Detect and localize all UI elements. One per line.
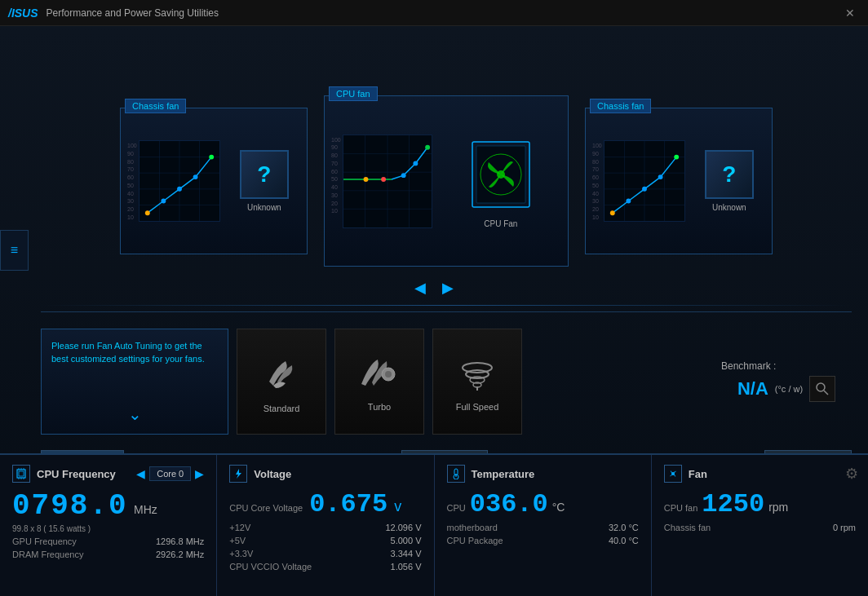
dram-freq-row: DRAM Frequency 2926.2 MHz <box>12 550 204 559</box>
5v-label: +5V <box>229 536 246 545</box>
svg-rect-50 <box>17 470 25 478</box>
fan-card-center: CPU fan 100908070605040302010 <box>324 95 569 267</box>
gpu-freq-value: 1296.8 MHz <box>156 536 204 546</box>
svg-point-20 <box>363 177 368 182</box>
svg-point-37 <box>626 199 631 204</box>
fan-panel-header: Fan ⚙ <box>664 465 856 483</box>
svg-point-38 <box>642 187 647 192</box>
svg-point-10 <box>193 174 197 179</box>
standard-mode-svg <box>261 349 302 390</box>
voltage-main-value: 0.675 <box>309 489 388 519</box>
sidebar-toggle[interactable]: ≡ <box>0 230 29 271</box>
svg-rect-51 <box>19 471 24 476</box>
thermometer-icon <box>450 468 462 479</box>
fan-mode-turbo[interactable]: Turbo <box>334 329 424 435</box>
cpu-pkg-temp-row: CPU Package 40.0 °C <box>447 536 639 545</box>
cpu-frequency-panel: CPU Frequency ◀ Core 0 ▶ 0798.0 MHz 99.8… <box>0 455 217 596</box>
gpu-freq-label: GPU Frequency <box>12 536 77 546</box>
svg-point-42 <box>385 371 392 377</box>
titlebar: /ISUS Performance and Power Saving Utili… <box>0 0 868 26</box>
benchmark-value-row: N/A (°c / w) <box>737 376 835 402</box>
cpu-nav-next[interactable]: ▶ <box>195 467 204 480</box>
fan-name-left: Unknown <box>247 203 281 212</box>
standard-label: Standard <box>264 404 300 413</box>
menu-icon: ≡ <box>11 243 18 258</box>
gear-settings-icon[interactable]: ⚙ <box>845 465 858 483</box>
svg-point-39 <box>658 174 662 179</box>
chassis-fan-label: Chassis fan <box>664 523 711 532</box>
12v-row: +12V 12.096 V <box>229 523 421 532</box>
benchmark-icon[interactable] <box>809 376 835 402</box>
prev-arrow[interactable]: ◀ <box>414 279 426 297</box>
fan-card-center-label: CPU fan <box>329 86 378 101</box>
fan-card-right-label: Chassis fan <box>590 99 651 113</box>
cpu-sub-info: 99.8 x 8 ( 15.6 watts ) <box>12 524 204 533</box>
svg-point-40 <box>674 155 679 160</box>
fan-modes-section: Please run Fan Auto Tuning to get the be… <box>41 311 852 442</box>
svg-point-11 <box>209 155 214 160</box>
svg-point-9 <box>177 187 182 192</box>
temp-main-row: CPU 036.0 °C <box>447 489 639 519</box>
cpu-pkg-temp-label: CPU Package <box>447 536 503 545</box>
chart-area-right <box>604 140 685 222</box>
fan-card-left-label: Chassis fan <box>125 99 186 113</box>
chassis-fan-row: Chassis fan 0 rpm <box>664 523 856 532</box>
next-arrow[interactable]: ▶ <box>442 279 454 297</box>
benchmark-search-icon <box>815 382 830 396</box>
gpu-freq-row: GPU Frequency 1296.8 MHz <box>12 536 204 546</box>
vccio-value: 1.056 V <box>391 562 422 572</box>
chart-center: 100908070605040302010 <box>331 135 432 228</box>
fan-icon-area-right: ? Unknown <box>693 150 765 212</box>
svg-point-22 <box>401 173 405 178</box>
nav-arrows: ◀ ▶ <box>414 279 454 297</box>
fullspeed-label: Full Speed <box>456 402 499 412</box>
decorative-line <box>41 305 852 306</box>
cpu-panel-nav: ◀ Core 0 ▶ <box>136 466 204 481</box>
close-button[interactable]: ✕ <box>840 7 860 20</box>
temp-main-value: 036.0 <box>470 489 548 519</box>
chart-svg-left <box>140 141 219 221</box>
temperature-icon <box>447 465 465 483</box>
svg-point-8 <box>161 199 166 204</box>
fan-main-label: CPU fan <box>664 503 698 513</box>
12v-value: 12.096 V <box>385 523 421 532</box>
5v-row: +5V 5.000 V <box>229 536 421 545</box>
cpu-icon <box>12 465 30 483</box>
dram-freq-value: 2926.2 MHz <box>156 550 204 559</box>
dram-freq-label: DRAM Frequency <box>12 550 83 559</box>
turbo-icon <box>357 351 402 395</box>
cpu-nav-prev[interactable]: ◀ <box>136 467 145 480</box>
benchmark-unit: (°c / w) <box>775 384 803 394</box>
temp-unit: °C <box>552 501 565 514</box>
voltage-main-row: CPU Core Voltage 0.675 v <box>229 489 421 519</box>
fan-panel: Fan ⚙ CPU fan 1250 rpm Chassis fan 0 rpm <box>652 455 868 596</box>
chart-area-left <box>139 140 220 222</box>
y-axis-center: 100908070605040302010 <box>331 137 341 214</box>
voltage-panel-header: Voltage <box>229 465 421 483</box>
fan-section: Chassis fan 100908070605040302010 <box>41 83 852 279</box>
temperature-panel-header: Temperature <box>447 465 639 483</box>
benchmark-value: N/A <box>737 378 768 400</box>
question-box-right: ? <box>705 150 754 199</box>
lightning-icon <box>232 468 244 479</box>
vccio-label: CPU VCCIO Voltage <box>229 562 312 572</box>
chassis-fan-value: 0 rpm <box>833 523 856 532</box>
fan-mode-full-speed[interactable]: Full Speed <box>432 329 522 435</box>
temperature-panel: Temperature CPU 036.0 °C motherboard 32.… <box>435 455 652 596</box>
svg-point-21 <box>381 177 386 182</box>
benchmark-area: Benchmark : N/A (°c / w) <box>721 360 852 402</box>
chevron-down-icon: ⌄ <box>128 404 142 424</box>
benchmark-title: Benchmark : <box>721 360 776 372</box>
turbo-label: Turbo <box>368 402 391 412</box>
fan-unit: rpm <box>768 501 788 514</box>
svg-line-49 <box>824 391 828 395</box>
cpu-big-value-row: 0798.0 MHz <box>12 489 204 523</box>
temperature-panel-title: Temperature <box>472 468 535 480</box>
fan-card-left: Chassis fan 100908070605040302010 <box>120 108 308 254</box>
chart-area-center <box>343 135 432 228</box>
fan-card-right: Chassis fan 100908070605040302010 <box>585 108 773 254</box>
5v-value: 5.000 V <box>391 536 422 545</box>
fan-mode-standard[interactable]: Standard <box>237 329 326 435</box>
vccio-row: CPU VCCIO Voltage 1.056 V <box>229 562 421 572</box>
svg-point-23 <box>413 161 418 166</box>
